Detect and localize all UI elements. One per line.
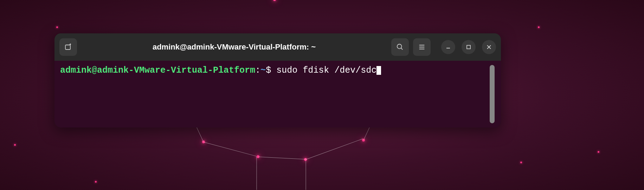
svg-rect-0 [65, 45, 70, 50]
window-title: admink@admink-VMware-Virtual-Platform: ~ [81, 42, 387, 52]
close-icon [486, 44, 492, 50]
terminal-window: admink@admink-VMware-Virtual-Platform: ~ [54, 33, 501, 127]
maximize-button[interactable] [462, 40, 476, 54]
scrollbar[interactable] [490, 65, 495, 123]
minimize-icon [445, 44, 451, 50]
svg-rect-9 [467, 45, 470, 49]
hamburger-icon [418, 43, 426, 51]
new-tab-icon [64, 43, 72, 51]
close-button[interactable] [482, 40, 496, 54]
titlebar[interactable]: admink@admink-VMware-Virtual-Platform: ~ [54, 33, 501, 61]
prompt-user-host: admink@admink-VMware-Virtual-Platform [60, 65, 255, 76]
search-button[interactable] [391, 38, 409, 56]
svg-point-3 [397, 44, 402, 49]
prompt-path: ~ [260, 65, 266, 76]
command-input: sudo fdisk /dev/sdc [276, 65, 376, 76]
terminal-text: admink@admink-VMware-Virtual-Platform:~$… [60, 64, 490, 124]
prompt-dollar: $ [266, 65, 276, 76]
cursor [376, 66, 381, 75]
menu-button[interactable] [413, 38, 431, 56]
svg-line-4 [401, 48, 403, 50]
terminal-content[interactable]: admink@admink-VMware-Virtual-Platform:~$… [54, 61, 501, 127]
maximize-icon [466, 44, 471, 50]
search-icon [396, 43, 404, 51]
new-tab-button[interactable] [59, 38, 77, 56]
window-controls [441, 40, 496, 54]
prompt-colon: : [255, 65, 260, 76]
minimize-button[interactable] [441, 40, 455, 54]
